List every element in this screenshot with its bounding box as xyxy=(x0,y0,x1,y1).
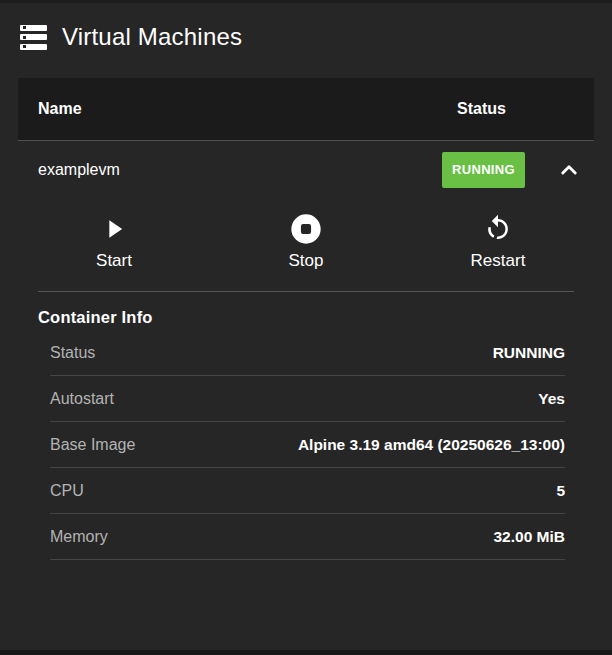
info-label: CPU xyxy=(50,482,84,500)
vm-table: Name Status examplevm RUNNING Start Stop xyxy=(18,78,594,560)
info-row-base-image: Base Image Alpine 3.19 amd64 (20250626_1… xyxy=(50,422,565,468)
table-header-row: Name Status xyxy=(18,78,594,141)
info-value: Yes xyxy=(538,390,565,408)
page-title: Virtual Machines xyxy=(62,23,242,51)
vm-row-examplevm[interactable]: examplevm RUNNING xyxy=(18,141,594,198)
start-button-label: Start xyxy=(96,251,132,271)
window-bottom-edge xyxy=(0,650,612,655)
app-header: Virtual Machines xyxy=(0,3,612,67)
collapse-row-button[interactable] xyxy=(558,159,580,181)
info-value: Alpine 3.19 amd64 (20250626_13:00) xyxy=(298,436,565,454)
vm-actions: Start Stop Restart xyxy=(18,198,594,291)
container-info-section: Container Info Status RUNNING Autostart … xyxy=(18,292,594,560)
info-label: Autostart xyxy=(50,390,114,408)
restart-button[interactable]: Restart xyxy=(402,208,594,275)
container-info-title: Container Info xyxy=(18,292,594,330)
container-info-list: Status RUNNING Autostart Yes Base Image … xyxy=(18,330,594,560)
play-icon xyxy=(100,213,128,245)
stop-circle-icon xyxy=(290,213,322,245)
info-label: Memory xyxy=(50,528,108,546)
status-badge: RUNNING xyxy=(442,152,525,188)
stop-button-label: Stop xyxy=(289,251,324,271)
vm-name: examplevm xyxy=(38,161,442,179)
info-row-cpu: CPU 5 xyxy=(50,468,565,514)
restart-button-label: Restart xyxy=(471,251,526,271)
info-row-autostart: Autostart Yes xyxy=(50,376,565,422)
info-row-memory: Memory 32.00 MiB xyxy=(50,514,565,560)
column-header-name: Name xyxy=(38,100,457,118)
info-row-status: Status RUNNING xyxy=(50,330,565,376)
start-button[interactable]: Start xyxy=(18,208,210,275)
column-header-status: Status xyxy=(457,100,594,118)
chevron-up-icon xyxy=(559,160,579,180)
restart-icon xyxy=(483,213,513,245)
info-value: RUNNING xyxy=(493,344,565,362)
info-label: Status xyxy=(50,344,95,362)
stop-button[interactable]: Stop xyxy=(210,208,402,275)
info-value: 32.00 MiB xyxy=(493,528,565,546)
info-value: 5 xyxy=(556,482,565,500)
server-stack-icon xyxy=(20,25,47,50)
info-label: Base Image xyxy=(50,436,135,454)
